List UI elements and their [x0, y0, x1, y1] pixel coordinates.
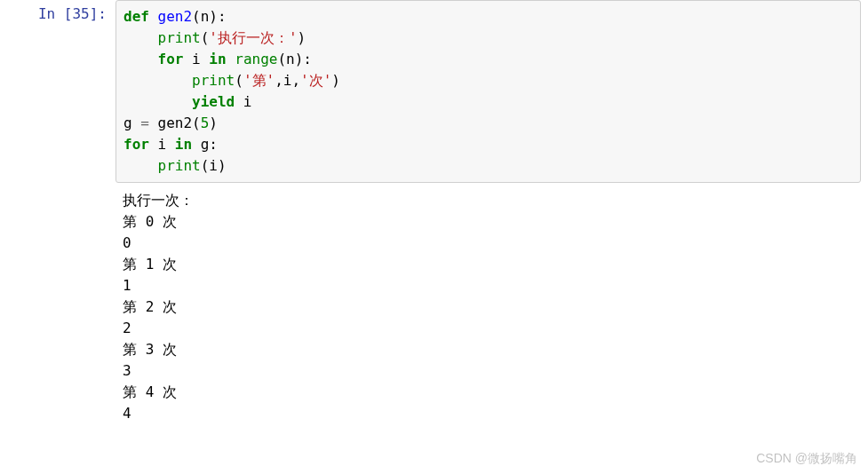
code-token: ( — [235, 72, 243, 89]
code-token: (i) — [201, 157, 227, 174]
code-token — [123, 72, 192, 89]
code-token: ( — [201, 29, 210, 46]
code-input-area[interactable]: def gen2(n): print('执行一次：') for i in ran… — [115, 0, 861, 183]
code-token: ) — [331, 72, 340, 89]
code-token: i — [149, 136, 175, 153]
code-token: print — [158, 29, 201, 46]
code-token: gen2 — [158, 8, 193, 25]
code-token: for — [158, 51, 184, 67]
code-token: g: — [192, 136, 218, 153]
code-token: (n): — [277, 51, 312, 67]
code-token — [123, 29, 158, 46]
code-token — [149, 8, 158, 25]
notebook-cell: In [35]: def gen2(n): print('执行一次：') for… — [0, 0, 868, 183]
input-prompt: In [35]: — [0, 0, 115, 22]
code-token: in — [209, 51, 226, 67]
code-token: print — [192, 72, 235, 89]
code-token: 5 — [201, 115, 210, 131]
watermark: CSDN @微扬嘴角 — [756, 451, 857, 467]
code-token: range — [235, 51, 277, 67]
code-token: for — [123, 136, 149, 153]
code-token: (n): — [192, 8, 227, 25]
code-token — [227, 51, 235, 67]
code-token: in — [175, 136, 192, 153]
code-token: '执行一次：' — [209, 29, 297, 46]
code-token: = — [140, 115, 149, 131]
code-token: gen2( — [149, 115, 201, 131]
output-area: 执行一次： 第 0 次 0 第 1 次 1 第 2 次 2 第 3 次 3 第 … — [115, 183, 868, 431]
code-token: i — [183, 51, 209, 67]
code-token — [123, 93, 192, 110]
code-token: ,i, — [275, 72, 300, 89]
code-token: ) — [209, 115, 218, 131]
code-token — [123, 157, 158, 174]
code-token: g — [123, 115, 140, 131]
code-token: def — [123, 8, 149, 25]
code-token: '第' — [243, 72, 275, 89]
code-token: yield — [192, 93, 235, 110]
code-token — [123, 51, 158, 67]
code-token: print — [158, 157, 201, 174]
code-token: i — [235, 93, 251, 110]
code-token: ) — [298, 29, 307, 46]
code-token: '次' — [300, 72, 331, 89]
